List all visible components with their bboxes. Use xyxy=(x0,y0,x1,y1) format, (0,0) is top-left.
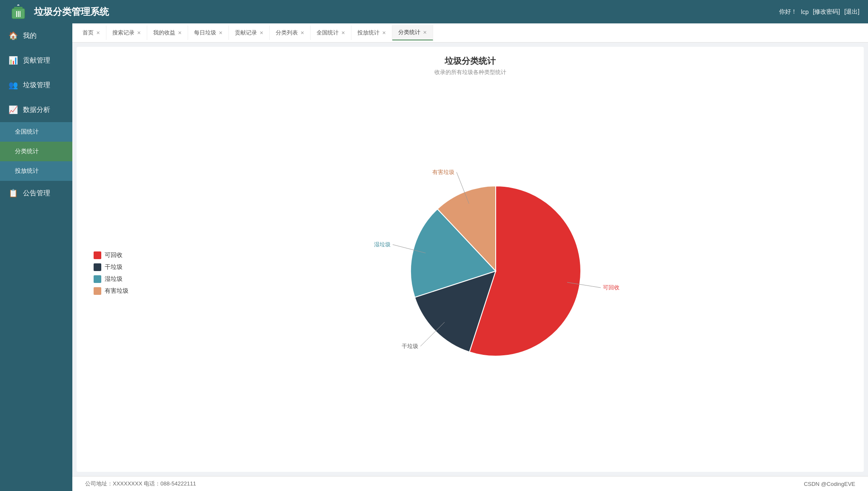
greeting: 你好！ xyxy=(779,8,797,16)
analysis-icon: 📈 xyxy=(9,105,18,114)
sidebar-label-garbage: 垃圾管理 xyxy=(23,81,50,90)
legend-color-recyclable xyxy=(94,251,101,259)
tab-my-income-label: 我的收益 xyxy=(153,29,175,37)
disposal-stats-label: 投放统计 xyxy=(15,167,39,174)
sidebar-item-data-analysis[interactable]: 📈 数据分析 xyxy=(0,97,72,122)
chart-subtitle: 收录的所有垃圾各种类型统计 xyxy=(85,69,855,76)
tab-disposal-stats[interactable]: 投放统计 ✕ xyxy=(351,26,392,40)
main-layout: 🏠 我的 📊 贡献管理 👥 垃圾管理 📈 数据分析 全国统计 分类统计 投放统计… xyxy=(0,23,868,491)
legend-item-hazardous: 有害垃圾 xyxy=(94,287,136,295)
tab-national-stats-close[interactable]: ✕ xyxy=(341,31,345,35)
header: 垃圾分类管理系统 你好！ lcp [修改密码] [退出] xyxy=(0,0,868,23)
sidebar-item-contribution[interactable]: 📊 贡献管理 xyxy=(0,48,72,73)
chart-icon: 📊 xyxy=(9,56,18,65)
tab-contribution-record-label: 贡献记录 xyxy=(235,29,257,37)
tab-search-record-close[interactable]: ✕ xyxy=(137,31,141,35)
legend-label-wet: 湿垃圾 xyxy=(105,275,123,283)
legend-color-wet xyxy=(94,275,101,283)
pie-chart: 可回收干垃圾湿垃圾有害垃圾 xyxy=(364,165,628,377)
content-area: 首页 ✕ 搜索记录 ✕ 我的收益 ✕ 每日垃圾 ✕ 贡献记录 ✕ 分类列表 ✕ xyxy=(72,23,868,491)
legend-item-wet: 湿垃圾 xyxy=(94,275,136,283)
logout-link[interactable]: [退出] xyxy=(844,8,859,16)
change-password-link[interactable]: [修改密码] xyxy=(813,8,840,16)
legend-item-recyclable: 可回收 xyxy=(94,251,136,259)
tab-category-list[interactable]: 分类列表 ✕ xyxy=(270,26,311,40)
footer: 公司地址：XXXXXXXX 电话：088-54222111 CSDN @Codi… xyxy=(72,476,868,491)
logo xyxy=(9,2,28,21)
sidebar-subitem-national-stats[interactable]: 全国统计 xyxy=(0,122,72,142)
tab-daily-garbage-close[interactable]: ✕ xyxy=(219,31,223,35)
footer-brand: CSDN @CodingEVE xyxy=(804,481,855,487)
legend-color-dry xyxy=(94,263,101,271)
tabs-bar: 首页 ✕ 搜索记录 ✕ 我的收益 ✕ 每日垃圾 ✕ 贡献记录 ✕ 分类列表 ✕ xyxy=(72,23,868,43)
sidebar: 🏠 我的 📊 贡献管理 👥 垃圾管理 📈 数据分析 全国统计 分类统计 投放统计… xyxy=(0,23,72,491)
legend-item-dry: 干垃圾 xyxy=(94,263,136,271)
tab-daily-garbage[interactable]: 每日垃圾 ✕ xyxy=(188,26,229,40)
page-content: 垃圾分类统计 收录的所有垃圾各种类型统计 可回收 干垃圾 xyxy=(77,47,864,472)
tab-my-income-close[interactable]: ✕ xyxy=(178,31,182,35)
sidebar-subitem-disposal-stats[interactable]: 投放统计 xyxy=(0,161,72,181)
legend-label-dry: 干垃圾 xyxy=(105,263,123,271)
sidebar-label-contribution: 贡献管理 xyxy=(23,56,50,65)
category-stats-label: 分类统计 xyxy=(15,148,39,154)
tab-search-record[interactable]: 搜索记录 ✕ xyxy=(106,26,147,40)
tab-home[interactable]: 首页 ✕ xyxy=(77,26,106,40)
tab-category-list-close[interactable]: ✕ xyxy=(300,31,304,35)
tab-national-stats-label: 全国统计 xyxy=(317,29,339,37)
tab-contribution-record[interactable]: 贡献记录 ✕ xyxy=(229,26,270,40)
legend-label-hazardous: 有害垃圾 xyxy=(105,287,128,295)
sidebar-subitem-category-stats[interactable]: 分类统计 xyxy=(0,142,72,161)
pie-chart-wrapper: 可回收干垃圾湿垃圾有害垃圾 xyxy=(136,165,855,377)
tab-category-stats[interactable]: 分类统计 ✕ xyxy=(392,25,433,40)
legend-color-hazardous xyxy=(94,287,101,295)
tab-contribution-record-close[interactable]: ✕ xyxy=(260,31,263,35)
home-icon: 🏠 xyxy=(9,31,18,40)
sidebar-label-my: 我的 xyxy=(23,31,37,40)
people-icon: 👥 xyxy=(9,80,18,90)
sidebar-item-announcement[interactable]: 📋 公告管理 xyxy=(0,181,72,206)
chart-header: 垃圾分类统计 收录的所有垃圾各种类型统计 xyxy=(85,55,855,76)
announcement-icon: 📋 xyxy=(9,188,18,198)
tab-category-list-label: 分类列表 xyxy=(276,29,298,37)
sidebar-label-data-analysis: 数据分析 xyxy=(23,106,50,114)
svg-text:湿垃圾: 湿垃圾 xyxy=(374,241,391,247)
tab-my-income[interactable]: 我的收益 ✕ xyxy=(147,26,188,40)
legend: 可回收 干垃圾 湿垃圾 有害垃圾 xyxy=(85,247,136,295)
tab-national-stats[interactable]: 全国统计 ✕ xyxy=(311,26,351,40)
header-user: 你好！ lcp [修改密码] [退出] xyxy=(779,8,859,16)
tab-category-stats-close[interactable]: ✕ xyxy=(423,30,427,35)
username: lcp xyxy=(801,9,809,15)
tab-search-record-label: 搜索记录 xyxy=(112,29,134,37)
legend-label-recyclable: 可回收 xyxy=(105,251,123,259)
footer-company: 公司地址：XXXXXXXX 电话：088-54222111 xyxy=(85,480,196,488)
tab-home-label: 首页 xyxy=(83,29,94,37)
header-title: 垃圾分类管理系统 xyxy=(34,6,779,18)
tab-home-close[interactable]: ✕ xyxy=(96,31,100,35)
national-stats-label: 全国统计 xyxy=(15,128,39,135)
svg-rect-1 xyxy=(14,7,23,9)
tab-category-stats-label: 分类统计 xyxy=(398,29,420,36)
tab-daily-garbage-label: 每日垃圾 xyxy=(194,29,216,37)
svg-text:有害垃圾: 有害垃圾 xyxy=(432,168,454,175)
svg-text:可回收: 可回收 xyxy=(603,284,620,291)
tab-disposal-stats-label: 投放统计 xyxy=(357,29,380,37)
sidebar-item-my[interactable]: 🏠 我的 xyxy=(0,23,72,48)
sidebar-item-garbage[interactable]: 👥 垃圾管理 xyxy=(0,73,72,97)
legend-list: 可回收 干垃圾 湿垃圾 有害垃圾 xyxy=(85,251,136,295)
chart-title: 垃圾分类统计 xyxy=(85,55,855,67)
sidebar-label-announcement: 公告管理 xyxy=(23,189,50,198)
chart-container: 可回收 干垃圾 湿垃圾 有害垃圾 xyxy=(85,78,855,463)
tab-disposal-stats-close[interactable]: ✕ xyxy=(382,31,386,35)
svg-text:干垃圾: 干垃圾 xyxy=(402,343,418,349)
